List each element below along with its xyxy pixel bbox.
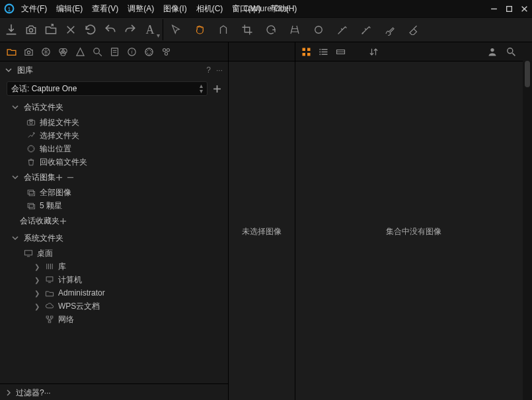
more-icon[interactable]: ··· bbox=[44, 388, 51, 397]
more-icon[interactable]: ··· bbox=[216, 65, 223, 75]
help-icon[interactable]: ? bbox=[206, 65, 211, 75]
maximize-button[interactable] bbox=[506, 5, 513, 13]
close-x-icon[interactable] bbox=[63, 22, 78, 37]
output-folder-row[interactable]: 输出位置 bbox=[0, 142, 228, 155]
capture-folder-row[interactable]: 捕捉文件夹 bbox=[0, 116, 228, 129]
svg-point-16 bbox=[93, 48, 99, 54]
sort-icon[interactable] bbox=[368, 46, 379, 57]
menu-view[interactable]: 查看(V) bbox=[92, 3, 118, 15]
trash-folder-row[interactable]: 回收箱文件夹 bbox=[0, 155, 228, 169]
metadata-tab-icon[interactable]: i bbox=[126, 46, 137, 58]
chevron-down-icon bbox=[5, 67, 13, 73]
five-star-row[interactable]: 5 颗星 bbox=[0, 199, 228, 212]
undo-history-icon[interactable] bbox=[83, 22, 98, 37]
menu-adjust[interactable]: 调整(A) bbox=[128, 3, 154, 15]
library-tab-icon[interactable] bbox=[5, 46, 17, 58]
mask-icon[interactable] bbox=[216, 22, 231, 37]
svg-rect-52 bbox=[307, 53, 311, 56]
search-icon[interactable] bbox=[506, 46, 516, 57]
svg-rect-44 bbox=[46, 277, 53, 281]
user-folder-icon bbox=[45, 288, 54, 298]
filters-section-header[interactable]: 过滤器 ? ··· bbox=[0, 383, 228, 400]
close-button[interactable] bbox=[521, 5, 528, 13]
brush-icon[interactable] bbox=[383, 22, 397, 37]
keystone-icon[interactable] bbox=[287, 22, 302, 37]
lens-tab-icon[interactable] bbox=[40, 46, 52, 58]
desktop-folder-row[interactable]: 桌面 bbox=[0, 247, 228, 260]
tool-tabs: i bbox=[0, 42, 228, 61]
capture-tab-icon[interactable] bbox=[22, 46, 34, 58]
svg-line-63 bbox=[512, 53, 515, 56]
svg-point-26 bbox=[165, 52, 167, 55]
computer-folder-row[interactable]: ❯ 计算机 bbox=[0, 273, 228, 286]
svg-point-57 bbox=[319, 51, 321, 52]
exposure-tab-icon[interactable] bbox=[74, 46, 86, 58]
cursor-icon[interactable] bbox=[169, 22, 183, 37]
import-icon[interactable] bbox=[4, 22, 19, 37]
text-icon[interactable]: A ▾ bbox=[143, 22, 157, 37]
user-icon[interactable] bbox=[487, 46, 498, 57]
picker2-icon[interactable] bbox=[359, 22, 373, 37]
undo-icon[interactable] bbox=[103, 22, 118, 37]
add-session-button[interactable] bbox=[213, 85, 221, 93]
redo-icon[interactable] bbox=[123, 22, 137, 37]
tree-row-label: 网络 bbox=[58, 314, 74, 325]
session-select[interactable]: 会话: Capture One ▴▾ bbox=[7, 81, 208, 96]
adjustments-tab-icon[interactable] bbox=[108, 46, 120, 58]
tree-row-label: 输出位置 bbox=[40, 143, 71, 155]
menu-edit[interactable]: 编辑(E) bbox=[56, 3, 83, 15]
select-folder-row[interactable]: 选择文件夹 bbox=[0, 129, 228, 142]
menu-image[interactable]: 图像(I) bbox=[163, 3, 186, 15]
filmstrip-view-icon[interactable] bbox=[335, 46, 346, 57]
wps-cloud-row[interactable]: ❯ WPS云文档 bbox=[0, 300, 228, 313]
library-section-header[interactable]: 图库 ? ··· bbox=[0, 61, 228, 79]
svg-point-11 bbox=[27, 51, 30, 54]
list-view-icon[interactable] bbox=[318, 46, 328, 57]
crop-icon[interactable] bbox=[240, 22, 254, 37]
session-select-label: 会话: Capture One bbox=[11, 83, 77, 95]
left-panel: i 图库 ? ··· 会话: Capture One ▴ bbox=[0, 42, 229, 400]
tree-row-label: 全部图像 bbox=[40, 187, 71, 198]
batch-tab-icon[interactable] bbox=[160, 46, 172, 58]
session-albums-header[interactable]: 会话图集 bbox=[0, 169, 228, 186]
session-folders-title: 会话文件夹 bbox=[24, 102, 63, 113]
add-album-button[interactable] bbox=[56, 174, 63, 181]
svg-point-58 bbox=[319, 54, 321, 55]
rotate-icon[interactable] bbox=[264, 22, 278, 37]
menu-camera[interactable]: 相机(C) bbox=[196, 3, 223, 15]
hand-icon[interactable] bbox=[192, 22, 207, 37]
network-row[interactable]: ❯ 网络 bbox=[0, 313, 228, 326]
system-folders-header[interactable]: 系统文件夹 bbox=[0, 229, 228, 247]
svg-rect-49 bbox=[302, 48, 305, 51]
output-tab-icon[interactable] bbox=[143, 46, 155, 58]
all-images-row[interactable]: 全部图像 bbox=[0, 186, 228, 199]
svg-rect-46 bbox=[46, 316, 49, 318]
help-icon[interactable]: ? bbox=[40, 388, 44, 397]
browser-column: 集合中没有图像 bbox=[295, 42, 532, 400]
menu-file[interactable]: 文件(F) bbox=[21, 3, 47, 15]
minimize-button[interactable] bbox=[490, 5, 498, 13]
viewer-column: 未选择图像 bbox=[229, 42, 295, 400]
chevron-right-icon bbox=[5, 389, 12, 396]
svg-rect-50 bbox=[307, 48, 311, 51]
session-folders-header[interactable]: 会话文件夹 bbox=[0, 99, 228, 116]
five-star-icon bbox=[26, 201, 36, 210]
browser-scrollbar[interactable] bbox=[523, 61, 532, 400]
library-folder-row[interactable]: ❯ 库 bbox=[0, 260, 228, 273]
svg-text:1: 1 bbox=[7, 5, 11, 13]
color-tab-icon[interactable] bbox=[57, 46, 69, 58]
camera-icon[interactable] bbox=[24, 22, 38, 37]
tree-row-label: Administrator bbox=[58, 288, 105, 298]
scrollbar-thumb[interactable] bbox=[525, 61, 530, 87]
spot-icon[interactable] bbox=[311, 22, 326, 37]
open-icon[interactable] bbox=[44, 22, 58, 37]
administrator-folder-row[interactable]: ❯ Administrator bbox=[0, 286, 228, 300]
main-toolbar: A ▾ bbox=[0, 18, 532, 42]
details-tab-icon[interactable] bbox=[91, 46, 103, 58]
picker1-icon[interactable] bbox=[335, 22, 350, 37]
remove-album-button[interactable] bbox=[67, 174, 74, 181]
session-favorites-header[interactable]: 会话收藏夹 bbox=[0, 212, 228, 229]
add-favorite-button[interactable] bbox=[59, 218, 67, 225]
eraser-icon[interactable] bbox=[406, 22, 421, 37]
grid-view-icon[interactable] bbox=[301, 46, 311, 57]
